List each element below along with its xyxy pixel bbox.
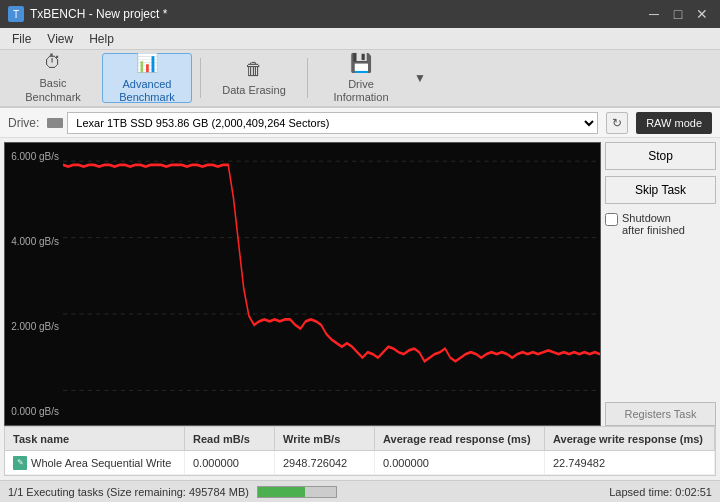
chart-table-area: 6.000 gB/s 4.000 gB/s 2.000 gB/s 0.000 g…	[0, 138, 720, 480]
chart-svg-container	[63, 143, 600, 425]
window-controls: ─ □ ✕	[644, 4, 712, 24]
window-title: TxBENCH - New project *	[30, 7, 644, 21]
toolbar-separator-2	[307, 58, 308, 98]
chart-area: 6.000 gB/s 4.000 gB/s 2.000 gB/s 0.000 g…	[4, 142, 601, 426]
drive-select-wrapper: Lexar 1TB SSD 953.86 GB (2,000,409,264 S…	[47, 112, 598, 134]
chart-labels: 6.000 gB/s 4.000 gB/s 2.000 gB/s 0.000 g…	[5, 143, 63, 425]
col-task-name: Task name	[5, 427, 185, 450]
drive-select[interactable]: Lexar 1TB SSD 953.86 GB (2,000,409,264 S…	[67, 112, 598, 134]
shutdown-checkbox-label[interactable]: Shutdown after finished	[605, 210, 716, 238]
basic-benchmark-label: Basic Benchmark	[25, 77, 81, 103]
toolbar-drive-information[interactable]: 💾 Drive Information	[316, 53, 406, 103]
toolbar-more-button[interactable]: ▼	[410, 53, 430, 103]
cell-task-name: ✎ Whole Area Sequential Write	[5, 451, 185, 474]
task-name-text: Whole Area Sequential Write	[31, 457, 171, 469]
menu-view[interactable]: View	[39, 30, 81, 48]
cell-avg-write: 22.749482	[545, 451, 715, 474]
chart-label-4: 4.000 gB/s	[9, 236, 59, 247]
statusbar: 1/1 Executing tasks (Size remaining: 495…	[0, 480, 720, 502]
register-task-button[interactable]: Registers Task	[605, 402, 716, 426]
advanced-benchmark-label: Advanced Benchmark	[119, 78, 175, 104]
toolbar-advanced-benchmark[interactable]: 📊 Advanced Benchmark	[102, 53, 192, 103]
menu-file[interactable]: File	[4, 30, 39, 48]
col-avg-read: Average read response (ms)	[375, 427, 545, 450]
app-icon: T	[8, 6, 24, 22]
shutdown-checkbox-text: Shutdown after finished	[622, 212, 685, 236]
col-avg-write: Average write response (ms)	[545, 427, 715, 450]
cell-avg-read: 0.000000	[375, 451, 545, 474]
below-toolbar: 6.000 gB/s 4.000 gB/s 2.000 gB/s 0.000 g…	[0, 138, 720, 502]
menu-help[interactable]: Help	[81, 30, 122, 48]
titlebar: T TxBENCH - New project * ─ □ ✕	[0, 0, 720, 28]
data-erasing-icon: 🗑	[245, 59, 263, 80]
toolbar-data-erasing[interactable]: 🗑 Data Erasing	[209, 53, 299, 103]
shutdown-checkbox-input[interactable]	[605, 213, 618, 226]
close-button[interactable]: ✕	[692, 4, 712, 24]
maximize-button[interactable]: □	[668, 4, 688, 24]
advanced-benchmark-icon: 📊	[136, 52, 158, 74]
col-read: Read mB/s	[185, 427, 275, 450]
data-erasing-label: Data Erasing	[222, 84, 286, 97]
drivebar: Drive: Lexar 1TB SSD 953.86 GB (2,000,40…	[0, 108, 720, 138]
toolbar-basic-benchmark[interactable]: ⏱ Basic Benchmark	[8, 53, 98, 103]
lapsed-time: Lapsed time: 0:02:51	[609, 486, 712, 498]
chart-and-side: 6.000 gB/s 4.000 gB/s 2.000 gB/s 0.000 g…	[0, 138, 720, 426]
task-table: Task name Read mB/s Write mB/s Average r…	[4, 426, 716, 476]
status-text: 1/1 Executing tasks (Size remaining: 495…	[8, 486, 249, 498]
raw-mode-button[interactable]: RAW mode	[636, 112, 712, 134]
skip-task-button[interactable]: Skip Task	[605, 176, 716, 204]
drive-label: Drive:	[8, 116, 39, 130]
refresh-button[interactable]: ↻	[606, 112, 628, 134]
stop-button[interactable]: Stop	[605, 142, 716, 170]
toolbar: ⏱ Basic Benchmark 📊 Advanced Benchmark 🗑…	[0, 50, 720, 108]
menubar: File View Help	[0, 28, 720, 50]
chart-svg	[63, 143, 600, 425]
statusbar-left: 1/1 Executing tasks (Size remaining: 495…	[8, 486, 609, 498]
col-write: Write mB/s	[275, 427, 375, 450]
table-row: ✎ Whole Area Sequential Write 0.000000 2…	[5, 451, 715, 475]
drive-information-icon: 💾	[350, 52, 372, 74]
chart-label-6: 6.000 gB/s	[9, 151, 59, 162]
task-icon: ✎	[13, 456, 27, 470]
basic-benchmark-icon: ⏱	[44, 52, 62, 73]
side-panel: Stop Skip Task Shutdown after finished R…	[605, 138, 720, 426]
toolbar-separator-1	[200, 58, 201, 98]
table-header: Task name Read mB/s Write mB/s Average r…	[5, 427, 715, 451]
minimize-button[interactable]: ─	[644, 4, 664, 24]
chart-label-0: 0.000 gB/s	[9, 406, 59, 417]
cell-write: 2948.726042	[275, 451, 375, 474]
progress-bar-fill	[258, 487, 305, 497]
cell-read: 0.000000	[185, 451, 275, 474]
drive-icon	[47, 118, 63, 128]
progress-bar-container	[257, 486, 337, 498]
chart-label-2: 2.000 gB/s	[9, 321, 59, 332]
drive-information-label: Drive Information	[333, 78, 388, 104]
